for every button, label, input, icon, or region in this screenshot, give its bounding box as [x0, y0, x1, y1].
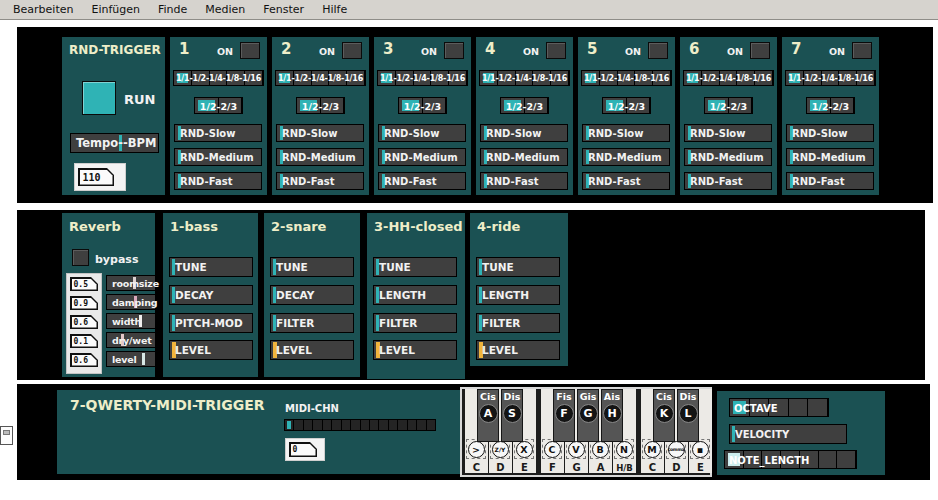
radio-cell[interactable]: [417, 420, 426, 430]
param-slider[interactable]: damping: [106, 294, 156, 310]
menu-medien[interactable]: Medien: [196, 3, 254, 16]
black-key[interactable]: Cis K: [653, 389, 675, 442]
radio-cell[interactable]: [398, 420, 407, 430]
radio-cell[interactable]: [408, 420, 417, 430]
menu-fenster[interactable]: Fenster: [254, 3, 313, 16]
rnd-medium-slider[interactable]: RND-Medium: [582, 148, 670, 166]
number-box[interactable]: 0.9: [70, 296, 98, 310]
menu-bearbeiten[interactable]: Bearbeiten: [4, 3, 82, 16]
rnd-slow-slider[interactable]: RND-Slow: [582, 124, 670, 142]
black-key[interactable]: Ais H: [601, 389, 623, 442]
rnd-fast-slider[interactable]: RND-Fast: [174, 172, 262, 190]
rnd-medium-slider[interactable]: RND-Medium: [378, 148, 466, 166]
bpm-numberbox[interactable]: 110: [78, 168, 114, 186]
rate-selector[interactable]: 1/1-1/2-1/4-1/8-1/16: [785, 70, 876, 86]
rnd-fast-slider[interactable]: RND-Fast: [684, 172, 772, 190]
param-slider[interactable]: TUNE: [270, 257, 354, 277]
param-slider[interactable]: LENGTH: [476, 285, 560, 305]
rnd-slow-slider[interactable]: RND-Slow: [684, 124, 772, 142]
rnd-fast-slider[interactable]: RND-Fast: [378, 172, 466, 190]
ratio-selector[interactable]: 1/2-2/3: [500, 97, 549, 114]
rnd-fast-slider[interactable]: RND-Fast: [480, 172, 568, 190]
rate-selector[interactable]: 1/1-1/2-1/4-1/8-1/16: [275, 70, 366, 86]
radio-cell[interactable]: [389, 420, 398, 430]
rnd-slow-slider[interactable]: RND-Slow: [378, 124, 466, 142]
rnd-slow-slider[interactable]: RND-Slow: [174, 124, 262, 142]
menu-hilfe[interactable]: Hilfe: [313, 3, 356, 16]
radio-cell[interactable]: [379, 420, 388, 430]
midi-chn-numberbox[interactable]: 0: [289, 442, 317, 457]
rate-selector[interactable]: 1/1-1/2-1/4-1/8-1/16: [683, 70, 774, 86]
param-slider[interactable]: LEVEL: [373, 340, 457, 360]
rnd-fast-slider[interactable]: RND-Fast: [276, 172, 364, 190]
radio-cell[interactable]: [361, 420, 370, 430]
radio-cell[interactable]: [808, 399, 828, 416]
bypass-toggle[interactable]: [72, 249, 89, 266]
rnd-slow-slider[interactable]: RND-Slow: [480, 124, 568, 142]
on-toggle[interactable]: [546, 42, 566, 59]
on-toggle[interactable]: [240, 42, 260, 59]
rate-selector[interactable]: 1/1-1/2-1/4-1/8-1/16: [479, 70, 570, 86]
param-slider[interactable]: dry/wet: [106, 332, 156, 348]
param-slider[interactable]: roomsize: [106, 275, 156, 291]
rate-selector[interactable]: 1/1-1/2-1/4-1/8-1/16: [377, 70, 468, 86]
radio-cell[interactable]: [285, 420, 294, 430]
param-slider[interactable]: LEVEL: [476, 340, 560, 360]
rate-selector[interactable]: 1/1-1/2-1/4-1/8-1/16: [581, 70, 672, 86]
rnd-fast-slider[interactable]: RND-Fast: [582, 172, 670, 190]
param-slider[interactable]: LENGTH: [373, 285, 457, 305]
radio-cell[interactable]: [789, 399, 809, 416]
ratio-selector[interactable]: 1/2-2/3: [194, 97, 243, 114]
rnd-medium-slider[interactable]: RND-Medium: [786, 148, 874, 166]
rnd-medium-slider[interactable]: RND-Medium: [174, 148, 262, 166]
radio-cell[interactable]: [819, 451, 838, 468]
rnd-slow-slider[interactable]: RND-Slow: [276, 124, 364, 142]
param-slider[interactable]: LEVEL: [169, 340, 253, 360]
rnd-fast-slider[interactable]: RND-Fast: [786, 172, 874, 190]
octave-selector[interactable]: OCTAVE: [729, 398, 829, 417]
rnd-slow-slider[interactable]: RND-Slow: [786, 124, 874, 142]
black-key[interactable]: Dis L: [677, 389, 699, 442]
number-box[interactable]: 0.1: [70, 334, 98, 348]
param-slider[interactable]: PITCH-MOD: [169, 313, 253, 333]
param-slider[interactable]: FILTER: [270, 313, 354, 333]
ratio-selector[interactable]: 1/2-2/3: [398, 97, 447, 114]
menu-finde[interactable]: Finde: [149, 3, 196, 16]
slider-handle[interactable]: [142, 353, 145, 365]
radio-cell[interactable]: [323, 420, 332, 430]
param-slider[interactable]: DECAY: [169, 285, 253, 305]
number-box[interactable]: 0.5: [70, 277, 98, 291]
note-length-selector[interactable]: NOTE_LENGTH: [724, 450, 857, 469]
black-key[interactable]: Gis G: [577, 389, 599, 442]
on-toggle[interactable]: [852, 42, 872, 59]
radio-cell[interactable]: [304, 420, 313, 430]
rnd-medium-slider[interactable]: RND-Medium: [276, 148, 364, 166]
on-toggle[interactable]: [444, 42, 464, 59]
radio-cell[interactable]: [342, 420, 351, 430]
midi-chn-selector[interactable]: [284, 419, 436, 431]
param-slider[interactable]: LEVEL: [270, 340, 354, 360]
rnd-medium-slider[interactable]: RND-Medium: [480, 148, 568, 166]
radio-cell[interactable]: [427, 420, 435, 430]
param-slider[interactable]: FILTER: [373, 313, 457, 333]
ratio-selector[interactable]: 1/2-2/3: [602, 97, 651, 114]
param-slider[interactable]: FILTER: [476, 313, 560, 333]
black-key[interactable]: Fis F: [553, 389, 575, 442]
radio-cell[interactable]: [332, 420, 341, 430]
black-key[interactable]: Cis A: [477, 389, 499, 442]
tempo-bpm-slider[interactable]: Tempo--BPM: [70, 133, 159, 153]
radio-cell[interactable]: [294, 420, 303, 430]
param-slider[interactable]: TUNE: [476, 257, 560, 277]
on-toggle[interactable]: [750, 42, 770, 59]
param-slider[interactable]: width: [106, 313, 156, 329]
radio-cell[interactable]: [313, 420, 322, 430]
on-toggle[interactable]: [648, 42, 668, 59]
black-key[interactable]: Dis S: [501, 389, 523, 442]
minimized-window-icon[interactable]: [0, 426, 13, 445]
ratio-selector[interactable]: 1/2-2/3: [704, 97, 753, 114]
rate-selector[interactable]: 1/1-1/2-1/4-1/8-1/16: [173, 70, 264, 86]
on-toggle[interactable]: [342, 42, 362, 59]
param-slider[interactable]: TUNE: [373, 257, 457, 277]
param-slider[interactable]: TUNE: [169, 257, 253, 277]
param-slider[interactable]: DECAY: [270, 285, 354, 305]
